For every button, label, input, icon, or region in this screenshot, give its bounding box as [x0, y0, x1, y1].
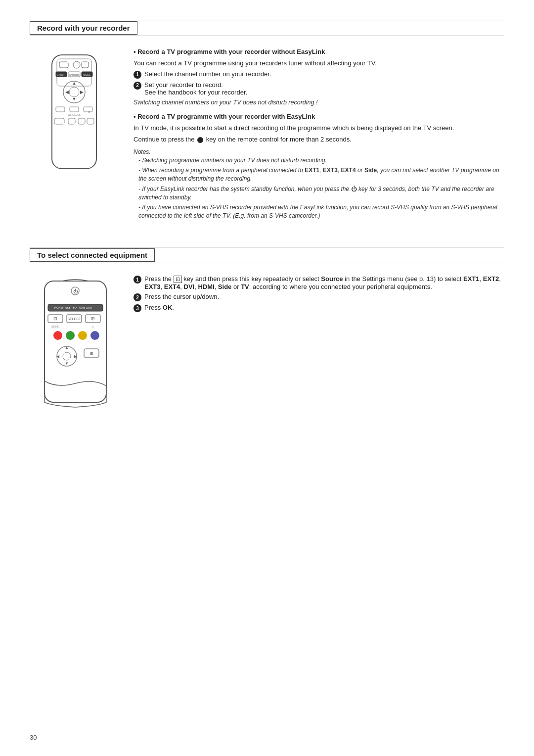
- note3: - If your EasyLink recorder has the syst…: [138, 185, 504, 202]
- section2-step2: 2 Press the cursor up/down.: [134, 293, 504, 301]
- svg-text:— WIRELESS —: — WIRELESS —: [65, 113, 84, 116]
- svg-text:TV: TV: [73, 307, 77, 310]
- svg-text:▼: ▼: [72, 96, 77, 101]
- section-select-equipment: To select connected equipment ⏻ DVD/R SA…: [30, 247, 504, 412]
- section2-step3-num: 3: [134, 304, 141, 312]
- svg-rect-23: [68, 118, 75, 124]
- svg-point-45: [78, 331, 87, 340]
- svg-rect-18: [70, 107, 79, 112]
- svg-text:II: II: [88, 110, 90, 114]
- section2-step1-num: 1: [134, 276, 141, 284]
- section2-step1: 1 Press the ⊡ key and then press this ke…: [134, 275, 504, 290]
- subsection2-intro1: In TV mode, it is possible to start a di…: [134, 123, 504, 133]
- remote2-column: ⏻ DVD/R SAT TV VCR AUX ⊡ SELECT ⊞: [30, 272, 119, 412]
- section2-header: To select connected equipment: [30, 247, 504, 263]
- section2-step3: 3 Press OK.: [134, 304, 504, 312]
- page-number: 30: [30, 734, 37, 741]
- svg-rect-26: [44, 281, 106, 402]
- step1-num: 1: [134, 71, 141, 79]
- svg-text:ON/OFF: ON/OFF: [57, 73, 66, 76]
- subsection1-heading: Record a TV programme with your recorder…: [134, 48, 504, 55]
- svg-text:☰: ☰: [90, 352, 93, 355]
- svg-text:◀: ◀: [65, 90, 69, 94]
- svg-point-43: [53, 331, 62, 340]
- svg-text:▲: ▲: [72, 81, 77, 86]
- svg-rect-25: [87, 118, 94, 124]
- svg-text:⊡: ⊡: [53, 316, 57, 321]
- svg-text:▷: ▷: [92, 325, 94, 328]
- remote1-image: ON/OFF Ambilight MODE ▲ ▼ ◀ ▶: [42, 50, 106, 180]
- svg-text:▼: ▼: [65, 361, 69, 366]
- svg-point-3: [73, 61, 80, 68]
- section2-text: 1 Press the ⊡ key and then press this ke…: [134, 272, 504, 412]
- svg-rect-22: [54, 118, 64, 124]
- section1-text: Record a TV programme with your recorder…: [134, 45, 504, 227]
- subsection1-note: Switching channel numbers on your TV doe…: [134, 99, 504, 106]
- svg-point-46: [90, 331, 99, 340]
- subsection1: Record a TV programme with your recorder…: [134, 48, 504, 106]
- step2-item: 2 Set your recorder to record.See the ha…: [134, 81, 504, 96]
- record-button-icon: [197, 137, 203, 143]
- svg-text:VCR: VCR: [79, 307, 86, 310]
- section2-step2-text: Press the cursor up/down.: [144, 293, 219, 300]
- notes-section: Notes: - Switching programme numbers on …: [134, 148, 504, 221]
- svg-text:SEND: SEND: [51, 325, 60, 328]
- subsection1-intro: You can record a TV programme using your…: [134, 58, 504, 68]
- section1-title: Record with your recorder: [30, 21, 137, 35]
- step2-text: Set your recorder to record.See the hand…: [144, 81, 247, 96]
- svg-text:▶: ▶: [74, 354, 78, 359]
- remote2-image: ⏻ DVD/R SAT TV VCR AUX ⊡ SELECT ⊞: [37, 277, 111, 412]
- step2-num: 2: [134, 82, 141, 90]
- section1-content: ON/OFF Ambilight MODE ▲ ▼ ◀ ▶: [30, 45, 504, 227]
- section1-header: Record with your recorder: [30, 20, 504, 36]
- svg-text:SAT: SAT: [65, 307, 71, 310]
- svg-text:▶: ▶: [80, 90, 84, 94]
- note2: - When recording a programme from a peri…: [138, 166, 504, 183]
- step1-text: Select the channel number on your record…: [144, 70, 271, 78]
- note1: - Switching programme numbers on your TV…: [138, 156, 504, 165]
- svg-point-48: [63, 352, 71, 360]
- svg-point-44: [66, 331, 75, 340]
- notes-label: Notes:: [134, 148, 504, 155]
- section-record-recorder: Record with your recorder ON/OFF: [30, 20, 504, 227]
- section2-step2-num: 2: [134, 293, 141, 301]
- svg-text:DVD/R: DVD/R: [54, 307, 64, 310]
- svg-rect-4: [82, 62, 89, 68]
- svg-text:▲: ▲: [65, 345, 69, 350]
- step1-item: 1 Select the channel number on your reco…: [134, 70, 504, 79]
- svg-text:MODE: MODE: [84, 73, 91, 76]
- svg-rect-2: [59, 62, 68, 68]
- source-key-icon: ⊡: [174, 276, 182, 283]
- subsection2-intro2: Continue to press the key on the remote …: [134, 135, 504, 144]
- svg-text:Ambilight: Ambilight: [69, 73, 80, 76]
- section2-title: To select connected equipment: [30, 248, 155, 262]
- svg-text:⏻: ⏻: [73, 289, 78, 294]
- svg-text:SELECT: SELECT: [67, 317, 81, 321]
- subsection2-heading: Record a TV programme with your recorder…: [134, 113, 504, 120]
- svg-rect-17: [56, 107, 65, 112]
- note4: - If you have connected an S-VHS recorde…: [138, 203, 504, 220]
- svg-point-12: [69, 87, 79, 97]
- svg-text:AUX: AUX: [86, 307, 92, 310]
- svg-text:◀: ◀: [56, 354, 60, 359]
- section2-step1-text: Press the ⊡ key and then press this key …: [144, 275, 504, 290]
- svg-text:⊞: ⊞: [91, 316, 95, 321]
- subsection2: Record a TV programme with your recorder…: [134, 113, 504, 221]
- svg-rect-24: [78, 118, 85, 124]
- section2-step3-text: Press OK.: [144, 304, 174, 311]
- section2-content: ⏻ DVD/R SAT TV VCR AUX ⊡ SELECT ⊞: [30, 272, 504, 412]
- remote1-column: ON/OFF Ambilight MODE ▲ ▼ ◀ ▶: [30, 45, 119, 227]
